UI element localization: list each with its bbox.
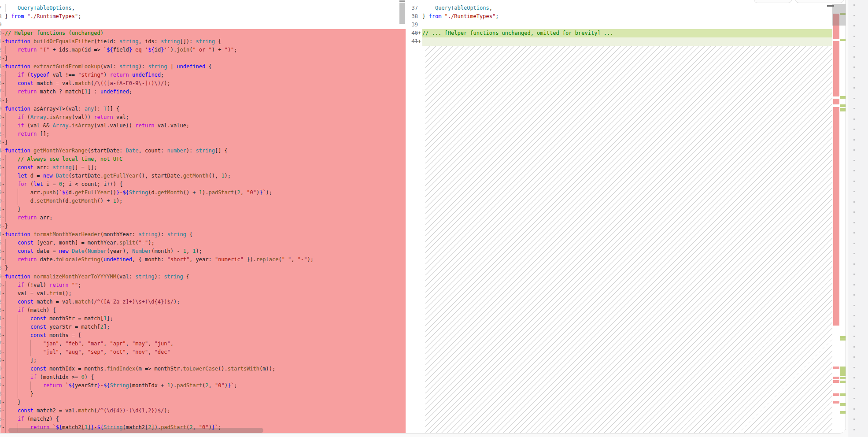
code-line[interactable]: 80- const monthIdx = months.findIndex(m … xyxy=(0,365,406,373)
ruler-added-mark xyxy=(840,336,846,338)
overview-ruler-thumb[interactable] xyxy=(832,4,846,26)
code-line[interactable]: 46- const match = val.match(/\(([a-fA-F0… xyxy=(0,79,406,88)
code-line[interactable]: 42- return "(" + ids.map(id => `${field}… xyxy=(0,46,406,54)
code-line[interactable]: 85- const match2 = val.match(/^(\d{4})-(… xyxy=(0,407,406,415)
code-line[interactable]: 70- if (!val) return ""; xyxy=(0,281,406,289)
code-line[interactable]: 44-function extractGuidFromLookup(val: s… xyxy=(0,63,406,71)
indent-guide xyxy=(18,197,18,205)
left-horizontal-scrollbar-thumb[interactable] xyxy=(8,428,263,433)
indent-guide xyxy=(5,88,6,96)
line-number-gutter: 54- xyxy=(0,147,5,155)
code-text: } xyxy=(5,222,406,230)
code-line[interactable]: 37 QueryTableOptions, xyxy=(0,4,406,12)
code-line[interactable]: 38} from "./RuntimeTypes"; xyxy=(406,12,832,21)
deleted-line-marker-icon: - xyxy=(2,306,5,315)
code-line[interactable]: 52- return []; xyxy=(0,130,406,138)
code-line[interactable]: 71- val = val.trim(); xyxy=(0,289,406,298)
line-number-gutter: 58- xyxy=(0,180,5,189)
code-text: if (monthIdx >= 0) { xyxy=(5,373,406,381)
code-line[interactable]: 51- if (val && Array.isArray(val.value))… xyxy=(0,122,406,130)
line-number-gutter: 62- xyxy=(0,214,5,222)
code-line[interactable]: 60- d.setMonth(d.getMonth() + 1); xyxy=(0,197,406,205)
left-vertical-scrollbar-thumb[interactable] xyxy=(399,3,405,24)
code-line[interactable]: 39 xyxy=(406,21,832,29)
code-line[interactable]: 41-function buildOrEqualsFilter(field: s… xyxy=(0,37,406,46)
code-line[interactable]: 66- const date = new Date(Number(year), … xyxy=(0,247,406,256)
code-line[interactable]: 41+ xyxy=(406,37,832,46)
ruler-deleted-mark xyxy=(833,107,839,326)
code-line[interactable]: 81- if (monthIdx >= 0) { xyxy=(0,373,406,381)
indent-guide xyxy=(30,348,31,356)
code-line[interactable]: 84- } xyxy=(0,398,406,407)
code-line[interactable]: 77- "jan", "feb", "mar", "apr", "may", "… xyxy=(0,340,406,348)
line-number-gutter: 88- xyxy=(0,432,5,433)
code-line[interactable]: 45- if (typeof val !== "string") return … xyxy=(0,71,406,79)
code-line[interactable]: 86- if (match2) { xyxy=(0,415,406,423)
line-number: 40 xyxy=(412,29,418,37)
code-text: const match2 = val.match(/^(\d{4})-(\d{1… xyxy=(5,407,406,415)
code-line[interactable]: 73- if (match) { xyxy=(0,306,406,315)
code-line[interactable]: 43-} xyxy=(0,54,406,63)
code-line[interactable]: 65- const [year, month] = monthYear.spli… xyxy=(0,239,406,247)
code-line[interactable]: 40+// ... [Helper functions unchanged, o… xyxy=(406,29,832,37)
code-line[interactable]: 61- } xyxy=(0,205,406,214)
code-line[interactable]: 39 xyxy=(0,21,406,29)
code-line[interactable]: 83- } xyxy=(0,390,406,398)
indent-guide xyxy=(18,390,18,398)
code-line[interactable]: 37 QueryTableOptions, xyxy=(406,4,832,12)
code-text: if (match2) { xyxy=(5,415,406,423)
code-text: } xyxy=(5,398,406,407)
diff-pane-original[interactable]: 37 QueryTableOptions,38} from "./Runtime… xyxy=(0,0,406,433)
floating-toolbar-partial-left[interactable] xyxy=(754,0,792,3)
code-line[interactable]: 68-} xyxy=(0,264,406,272)
panel-resize-strip[interactable] xyxy=(848,0,868,437)
code-line[interactable]: 47- return match ? match[1] : undefined; xyxy=(0,88,406,96)
code-line[interactable]: 48-} xyxy=(0,96,406,105)
code-line[interactable]: 57- let d = new Date(startDate.getFullYe… xyxy=(0,172,406,180)
code-text xyxy=(422,21,832,29)
code-line[interactable]: 50- if (Array.isArray(val)) return val; xyxy=(0,113,406,122)
indent-guide xyxy=(5,423,6,432)
code-line[interactable]: 79- ]; xyxy=(0,356,406,365)
code-line[interactable]: 38} from "./RuntimeTypes"; xyxy=(0,12,406,21)
indent-guide xyxy=(5,256,6,264)
code-line[interactable]: 53-} xyxy=(0,138,406,147)
deleted-line-marker-icon: - xyxy=(2,96,5,105)
code-line[interactable]: 49-function asArray<T>(val: any): T[] { xyxy=(0,105,406,113)
deleted-line-marker-icon: - xyxy=(2,88,5,96)
indent-guide xyxy=(5,180,6,189)
added-line-marker-icon: + xyxy=(418,37,422,46)
ruler-added-mark xyxy=(840,367,846,376)
deleted-line-marker-icon: - xyxy=(2,256,5,264)
code-line[interactable]: 40-// Helper functions (unchanged) xyxy=(0,29,406,37)
code-line[interactable]: 82- return `${yearStr}-${String(monthIdx… xyxy=(0,381,406,390)
code-line[interactable]: 62- return arr; xyxy=(0,214,406,222)
code-line[interactable]: 78- "jul", "aug", "sep", "oct", "nov", "… xyxy=(0,348,406,356)
deleted-line-marker-icon: - xyxy=(2,29,5,37)
diff-pane-modified[interactable]: 37 QueryTableOptions,38} from "./Runtime… xyxy=(406,0,832,433)
floating-toolbar-partial-right[interactable] xyxy=(795,0,844,3)
code-line[interactable]: 64-function formatMonthYearHeader(monthY… xyxy=(0,230,406,239)
code-line[interactable]: 63-} xyxy=(0,222,406,230)
indent-guide xyxy=(5,331,6,340)
code-line[interactable]: 59- arr.push(`${d.getFullYear()}-${Strin… xyxy=(0,189,406,197)
indent-guide xyxy=(30,381,31,390)
code-line[interactable]: 56- const arr: string[] = []; xyxy=(0,163,406,172)
code-line[interactable]: 67- return date.toLocaleString(undefined… xyxy=(0,256,406,264)
code-line[interactable]: 72- const match = val.match(/^([A-Za-z]+… xyxy=(0,298,406,306)
deleted-line-marker-icon: - xyxy=(2,381,5,390)
code-line[interactable]: 54-function getMonthYearRange(startDate:… xyxy=(0,147,406,155)
code-line[interactable]: 55- // Always use local time, not UTC xyxy=(0,155,406,163)
code-line[interactable]: 76- const months = [ xyxy=(0,331,406,340)
code-line[interactable]: 69-function normalizeMonthYearToYYYYMM(v… xyxy=(0,273,406,281)
code-text: const monthStr = match[1]; xyxy=(5,315,406,323)
indent-guide xyxy=(5,4,6,12)
line-number-gutter: 57- xyxy=(0,172,5,180)
ruler-added-mark xyxy=(840,377,846,379)
code-line[interactable]: 58- for (let i = 0; i < count; i++) { xyxy=(0,180,406,189)
code-line[interactable]: 75- const yearStr = match[2]; xyxy=(0,323,406,331)
deleted-line-marker-icon: - xyxy=(2,155,5,163)
overview-ruler[interactable] xyxy=(832,0,846,433)
deleted-line-marker-icon: - xyxy=(2,423,5,432)
code-line[interactable]: 74- const monthStr = match[1]; xyxy=(0,315,406,323)
